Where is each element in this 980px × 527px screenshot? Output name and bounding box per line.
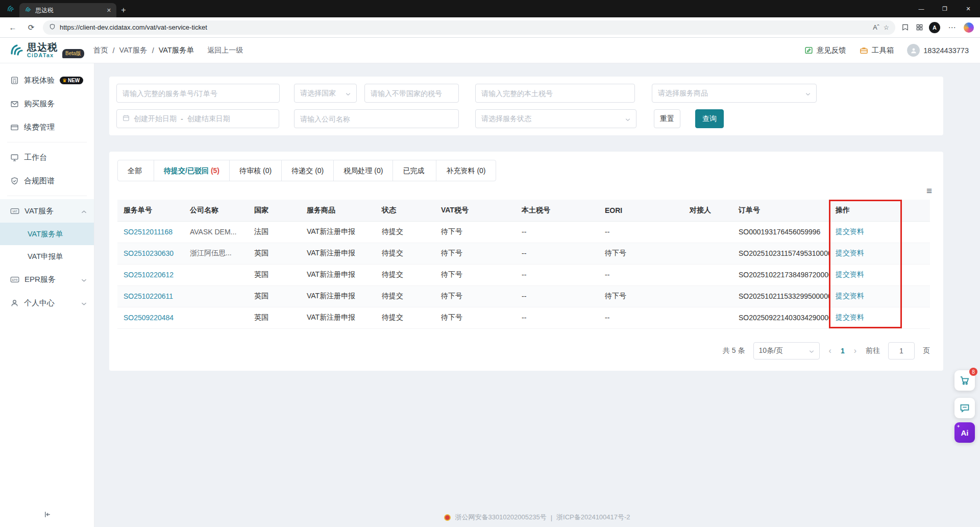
- cart-button[interactable]: 8: [954, 370, 975, 391]
- sidebar-item-vat-declaration[interactable]: VAT申报单: [0, 245, 94, 268]
- page-number[interactable]: 1: [841, 347, 845, 355]
- extension-avatar-icon[interactable]: A: [929, 22, 940, 33]
- ai-label: Ai: [961, 428, 969, 437]
- chevron-down-icon: [805, 89, 811, 98]
- col-contact: 对接人: [683, 200, 732, 221]
- ticket-link[interactable]: SO2512011168: [124, 228, 173, 236]
- back-to-previous-link[interactable]: 返回上一级: [207, 46, 243, 55]
- sidebar-collapse-button[interactable]: [0, 510, 94, 519]
- sidebar-item-renewal[interactable]: 续费管理: [0, 115, 94, 139]
- page-size-select[interactable]: 10条/页: [753, 342, 820, 360]
- chevron-down-icon: [809, 347, 814, 355]
- toolbox-button[interactable]: 工具箱: [860, 45, 894, 55]
- browser-tab[interactable]: 思达税 ✕: [19, 3, 116, 17]
- monitor-icon: [10, 153, 19, 162]
- next-page-icon[interactable]: ›: [853, 346, 857, 355]
- ticket-link[interactable]: SO2510230630: [124, 249, 174, 257]
- ticket-number-input[interactable]: [116, 84, 280, 103]
- submit-materials-link[interactable]: 提交资料: [836, 270, 864, 278]
- service-product-select[interactable]: 请选择服务商品: [652, 84, 817, 103]
- sidebar-item-vat-service[interactable]: VAT VAT服务: [0, 199, 94, 223]
- window-minimize-button[interactable]: —: [910, 0, 933, 17]
- site-info-icon[interactable]: [49, 23, 56, 32]
- settings-more-icon[interactable]: ⋯: [945, 21, 959, 34]
- cart-badge: 8: [969, 368, 977, 376]
- column-settings-icon[interactable]: ≡: [926, 186, 932, 196]
- account-menu[interactable]: 18324433773: [907, 44, 969, 57]
- sidebar-item-workbench[interactable]: 工作台: [0, 146, 94, 169]
- address-bar[interactable]: https://client-dev.cidatax.com/vat/vat-s…: [43, 20, 895, 35]
- tab-title: 思达税: [35, 6, 103, 15]
- prev-page-icon[interactable]: ‹: [828, 346, 832, 355]
- country-select[interactable]: 请选择国家: [294, 84, 357, 103]
- tab-pending-delivery[interactable]: 待递交(0): [282, 160, 334, 181]
- logo-subtitle: CiDATax: [27, 53, 58, 58]
- goto-page-input[interactable]: [888, 342, 915, 360]
- new-tab-button[interactable]: +: [116, 3, 131, 17]
- local-tax-number-input[interactable]: [475, 84, 635, 103]
- feedback-label: 意见反馈: [817, 45, 846, 55]
- tab-supplementary[interactable]: 补充资料(0): [436, 160, 495, 181]
- read-aloud-icon[interactable]: Aˆ: [873, 24, 879, 31]
- sidebar-item-label: 续费管理: [24, 123, 55, 132]
- submit-materials-link[interactable]: 提交资料: [836, 313, 864, 321]
- window-close-button[interactable]: ✕: [957, 0, 980, 17]
- table-row: SO2510230630 浙江阿伍思... 英国 VAT新注册申报 待提交 待下…: [117, 243, 930, 264]
- sidebar-item-personal-center[interactable]: 个人中心: [0, 291, 94, 315]
- extensions-icon[interactable]: [915, 23, 924, 32]
- copilot-icon[interactable]: [964, 22, 974, 33]
- tab-pending-review[interactable]: 待审核(0): [230, 160, 282, 181]
- window-maximize-button[interactable]: ❐: [933, 0, 957, 17]
- col-order-no: 订单号: [732, 200, 829, 221]
- ai-assistant-button[interactable]: + Ai: [954, 422, 975, 443]
- tax-number-input[interactable]: [364, 84, 459, 103]
- tab-completed[interactable]: 已完成: [393, 160, 436, 181]
- sidebar-item-compliance-map[interactable]: 合规图谱: [0, 169, 94, 193]
- col-status: 状态: [376, 200, 435, 221]
- ticket-list-panel: 全部 待提交/已驳回(5) 待审核(0) 待递交(0) 税局处理(0) 已完成 …: [109, 152, 943, 371]
- url-text[interactable]: https://client-dev.cidatax.com/vat/vat-s…: [60, 23, 869, 31]
- ticket-link[interactable]: SO2509220484: [124, 314, 174, 322]
- goto-unit: 页: [923, 346, 930, 355]
- tab-close-icon[interactable]: ✕: [107, 7, 111, 14]
- sidebar-item-label: 购买服务: [24, 99, 55, 109]
- total-count: 共 5 条: [723, 346, 745, 355]
- service-status-select[interactable]: 请选择服务状态: [475, 109, 636, 128]
- sidebar-item-vat-service-ticket[interactable]: VAT服务单: [0, 223, 94, 245]
- app-logo[interactable]: 思达税 CiDATax Beta版: [8, 42, 84, 58]
- company-name-input[interactable]: [294, 109, 459, 128]
- table-row: SO2512011168 AVASK DEM... 法国 VAT新注册申报 待提…: [117, 221, 930, 243]
- date-range-picker[interactable]: 创建开始日期 - 创建结束日期: [116, 109, 279, 128]
- icp-record-number[interactable]: 浙ICP备2024100417号-2: [556, 513, 630, 522]
- feedback-button[interactable]: 意见反馈: [804, 45, 846, 55]
- favorite-star-icon[interactable]: ☆: [884, 23, 889, 31]
- breadcrumb-home[interactable]: 首页: [93, 45, 108, 55]
- submit-materials-link[interactable]: 提交资料: [836, 292, 864, 300]
- refresh-icon[interactable]: ⟳: [24, 21, 38, 34]
- breadcrumb-vat[interactable]: VAT服务: [119, 45, 148, 55]
- main-content: 请选择国家 请选择服务商品 创建开始日期 - 创建结束日期: [94, 63, 980, 527]
- epr-badge-icon: EPR: [10, 275, 19, 284]
- sidebar-item-epr-service[interactable]: EPR EPR服务: [0, 268, 94, 291]
- cart-icon: [960, 375, 970, 386]
- ticket-link[interactable]: SO2510220611: [124, 292, 173, 300]
- search-button[interactable]: 查询: [695, 109, 724, 128]
- tab-all[interactable]: 全部: [118, 160, 154, 181]
- page-size-value: 10条/页: [759, 346, 783, 355]
- support-chat-button[interactable]: [954, 398, 975, 418]
- favorites-icon[interactable]: [900, 23, 910, 32]
- collapse-sidebar-icon: [43, 510, 52, 519]
- police-record-number[interactable]: 浙公网安备33010202005235号: [455, 513, 546, 522]
- table-row: SO2510220612 英国 VAT新注册申报 待提交 待下号 -- -- S…: [117, 264, 930, 285]
- tab-pending-submit[interactable]: 待提交/已驳回(5): [154, 160, 230, 181]
- back-icon[interactable]: ←: [6, 21, 19, 34]
- breadcrumb-separator: /: [152, 46, 154, 55]
- ticket-link[interactable]: SO2510220612: [124, 271, 174, 279]
- sidebar-item-tax-experience[interactable]: 算税体验 ♛NEW: [0, 68, 94, 92]
- submit-materials-link[interactable]: 提交资料: [836, 227, 864, 235]
- sidebar-item-buy-service[interactable]: 购买服务: [0, 92, 94, 115]
- col-ticket-no: 服务单号: [117, 200, 184, 221]
- reset-button[interactable]: 重置: [654, 109, 680, 128]
- tab-tax-office-processing[interactable]: 税局处理(0): [334, 160, 393, 181]
- submit-materials-link[interactable]: 提交资料: [836, 249, 864, 257]
